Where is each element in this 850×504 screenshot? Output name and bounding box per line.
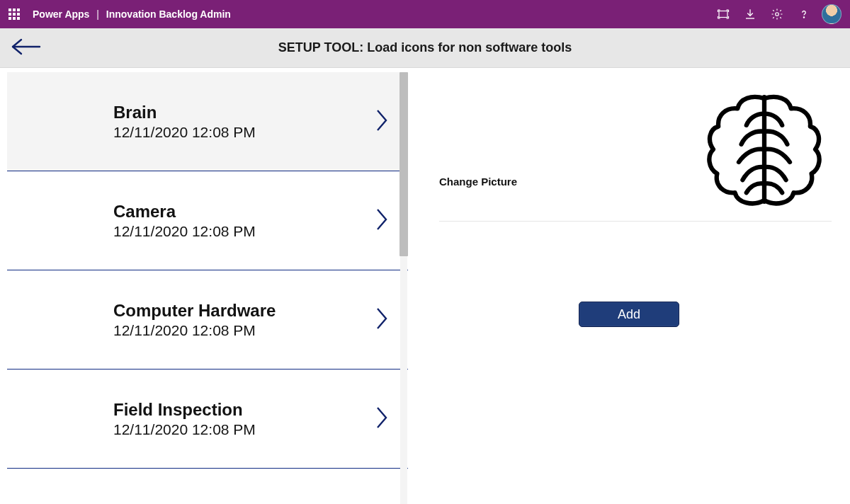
app-title: Power Apps | Innovation Backlog Admin bbox=[33, 8, 231, 20]
fit-to-screen-icon[interactable] bbox=[710, 0, 737, 28]
chevron-right-icon bbox=[375, 207, 390, 234]
list-item-name: Computer Hardware bbox=[113, 301, 276, 321]
list-item[interactable]: Computer Hardware 12/11/2020 12:08 PM bbox=[7, 270, 408, 370]
help-icon[interactable] bbox=[790, 0, 817, 28]
brain-icon bbox=[701, 86, 828, 213]
list-item[interactable]: Camera 12/11/2020 12:08 PM bbox=[7, 171, 408, 270]
list-item-date: 12/11/2020 12:08 PM bbox=[113, 223, 256, 240]
list-item-date: 12/11/2020 12:08 PM bbox=[113, 124, 256, 141]
svg-point-11 bbox=[776, 13, 779, 16]
list-item[interactable]: Brain 12/11/2020 12:08 PM bbox=[7, 72, 408, 171]
product-name: Power Apps bbox=[33, 8, 89, 20]
svg-rect-0 bbox=[719, 11, 727, 18]
command-bar: Power Apps | Innovation Backlog Admin bbox=[0, 0, 850, 28]
download-icon[interactable] bbox=[737, 0, 764, 28]
content-area: Brain 12/11/2020 12:08 PM Camera 12/11/2… bbox=[0, 68, 850, 504]
change-picture-label[interactable]: Change Picture bbox=[439, 112, 517, 188]
app-name: Innovation Backlog Admin bbox=[106, 8, 231, 20]
chevron-right-icon bbox=[375, 406, 390, 433]
detail-separator bbox=[439, 221, 832, 222]
scrollbar-thumb[interactable] bbox=[400, 72, 408, 256]
list-item-date: 12/11/2020 12:08 PM bbox=[113, 421, 256, 438]
list-scrollbar[interactable] bbox=[398, 72, 408, 504]
back-arrow-icon[interactable] bbox=[10, 38, 41, 59]
svg-point-12 bbox=[803, 17, 804, 18]
add-button[interactable]: Add bbox=[579, 302, 679, 327]
user-avatar[interactable] bbox=[822, 4, 842, 24]
list-item[interactable]: Field Inspection 12/11/2020 12:08 PM bbox=[7, 370, 408, 469]
chevron-right-icon bbox=[375, 108, 390, 135]
list-item-name: Brain bbox=[113, 103, 256, 122]
chevron-right-icon bbox=[375, 307, 390, 333]
settings-gear-icon[interactable] bbox=[764, 0, 790, 28]
page-header: SETUP TOOL: Load icons for non software … bbox=[0, 28, 850, 68]
title-separator: | bbox=[92, 8, 103, 20]
app-launcher-icon[interactable] bbox=[8, 8, 20, 20]
tool-list: Brain 12/11/2020 12:08 PM Camera 12/11/2… bbox=[0, 68, 408, 504]
icon-preview bbox=[697, 82, 832, 217]
detail-panel: Change Picture bbox=[408, 68, 850, 504]
list-item-date: 12/11/2020 12:08 PM bbox=[113, 322, 276, 339]
page-title: SETUP TOOL: Load icons for non software … bbox=[0, 40, 850, 55]
list-item-name: Camera bbox=[113, 202, 256, 222]
list-item-name: Field Inspection bbox=[113, 400, 256, 420]
